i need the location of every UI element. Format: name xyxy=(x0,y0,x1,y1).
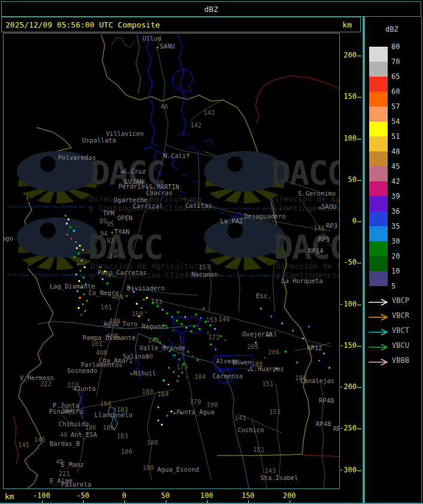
right-axis-label: -50 xyxy=(336,258,357,266)
radar-echo-pixel xyxy=(83,277,84,278)
radar-echo-pixel xyxy=(174,354,175,356)
route-number: 151 xyxy=(253,446,264,453)
route-number: 150 xyxy=(132,310,143,317)
bottom-axis-label: 50 xyxy=(161,491,169,500)
radar-echo-pixel xyxy=(159,342,161,344)
legend-arrow-vbcu xyxy=(368,342,389,353)
place-label: Agua_Toro xyxy=(104,320,138,327)
radar-echo-pixel xyxy=(162,309,163,311)
legend-dbz-value: 60 xyxy=(391,87,400,96)
radar-echo-pixel xyxy=(82,249,84,251)
radar-echo-pixel xyxy=(83,293,85,295)
right-axis-tick xyxy=(357,305,361,305)
legend-color-swatch xyxy=(369,166,388,181)
km-unit-bottom: km xyxy=(5,492,14,501)
radar-echo-pixel xyxy=(166,415,168,417)
place-label: Ant_ESA xyxy=(71,431,97,438)
right-axis-tick xyxy=(357,56,361,56)
right-axis-tick xyxy=(357,97,361,98)
route-number: 92 xyxy=(106,237,114,244)
route-number: 101 xyxy=(101,303,112,311)
route-number: 151 xyxy=(262,380,273,387)
station-marker: + xyxy=(121,169,124,175)
route-number: 186 xyxy=(121,448,132,455)
radar-echo-pixel xyxy=(77,263,79,265)
radar-echo-pixel xyxy=(99,266,101,268)
bottom-axis-label: -50 xyxy=(77,491,90,500)
route-number: 153 xyxy=(206,316,217,323)
place-label: N.Calif xyxy=(163,152,190,159)
legend-color-swatch xyxy=(369,62,388,77)
route-number: 144 xyxy=(148,336,159,344)
right-axis-tick xyxy=(357,221,361,222)
route-number: 151 xyxy=(269,408,281,415)
route-number: 153 xyxy=(199,263,210,271)
right-axis-tick xyxy=(357,387,361,388)
legend-title: dBZ xyxy=(385,25,398,34)
legend-color-swatch xyxy=(369,241,388,256)
legend-dbz-value: 36 xyxy=(391,207,400,215)
legend-panel: dBZ 807065605754514845423936353020105VBC… xyxy=(366,17,422,504)
legend-arrow-label: VBCT xyxy=(392,326,409,335)
bottom-axis-tick xyxy=(124,500,125,504)
radar-echo-pixel xyxy=(181,372,183,374)
place-label: Pasarela xyxy=(61,481,92,488)
radar-echo-pixel xyxy=(69,226,71,228)
radar-echo-pixel xyxy=(197,359,199,361)
radar-echo-pixel xyxy=(260,308,262,309)
place-label: E_Manz xyxy=(61,461,84,468)
place-label: RP xyxy=(333,425,340,432)
panel-divider xyxy=(363,17,365,504)
radar-echo-pixel xyxy=(75,274,77,275)
route-number: 145 xyxy=(34,436,45,443)
radar-echo-pixel xyxy=(161,424,163,426)
right-axis-label: -150 xyxy=(336,341,357,350)
radar-echo-pixel xyxy=(181,323,182,325)
radar-echo-pixel xyxy=(75,241,77,243)
place-label: S.Geronimo xyxy=(298,190,336,197)
station-marker: + xyxy=(111,229,114,235)
place-label: Llancanelo xyxy=(95,411,132,418)
route-number: 40 xyxy=(160,103,168,110)
route-number: 143 xyxy=(264,467,276,474)
legend-color-swatch xyxy=(369,151,388,166)
legend-dbz-value: 10 xyxy=(391,267,400,275)
place-label: Esc. xyxy=(256,292,271,299)
legend-color-swatch xyxy=(369,77,388,92)
place-label: Sosneado xyxy=(67,367,98,374)
title-bar: dBZ xyxy=(1,1,421,17)
radar-echo-pixel xyxy=(78,280,80,282)
radar-echo-pixel xyxy=(190,330,192,332)
place-label: RP14 xyxy=(308,247,323,254)
place-label: RP3 xyxy=(326,222,337,229)
legend-dbz-value: 57 xyxy=(391,102,400,111)
right-axis-label: 200 xyxy=(336,51,357,59)
radar-echo-pixel xyxy=(215,348,217,350)
route-number: 142 xyxy=(190,122,202,129)
legend-arrow-vbct xyxy=(368,327,389,338)
radar-echo-pixel xyxy=(81,260,83,262)
route-number: 205 xyxy=(247,343,258,350)
bottom-axis-label: 100 xyxy=(200,491,214,500)
route-number: 89 xyxy=(99,217,107,224)
bottom-axis-tick xyxy=(42,500,42,504)
radar-echo-pixel xyxy=(203,308,205,309)
route-number: 180 xyxy=(142,464,154,471)
legend-arrow-label: VBCP xyxy=(392,296,409,305)
radar-echo-pixel xyxy=(184,316,186,318)
legend-arrow-vbcp xyxy=(368,297,389,308)
radar-echo-pixel xyxy=(264,357,266,359)
place-label: L.Huarpes xyxy=(250,365,284,372)
radar-echo-pixel xyxy=(177,311,179,313)
legend-arrow-label: VBCR xyxy=(392,311,409,320)
dacc-brand-watermark: DACC xyxy=(273,228,340,266)
legend-color-swatch xyxy=(369,122,388,136)
radar-echo-pixel xyxy=(157,420,159,421)
route-number: 186 xyxy=(103,424,114,431)
legend-color-swatch xyxy=(369,136,388,151)
place-label: SAOU xyxy=(321,203,336,210)
radar-echo-pixel xyxy=(195,314,197,315)
bottom-axis-label: 200 xyxy=(283,491,296,500)
place-label: Carmensa xyxy=(212,372,243,379)
radar-echo-pixel xyxy=(74,256,75,258)
